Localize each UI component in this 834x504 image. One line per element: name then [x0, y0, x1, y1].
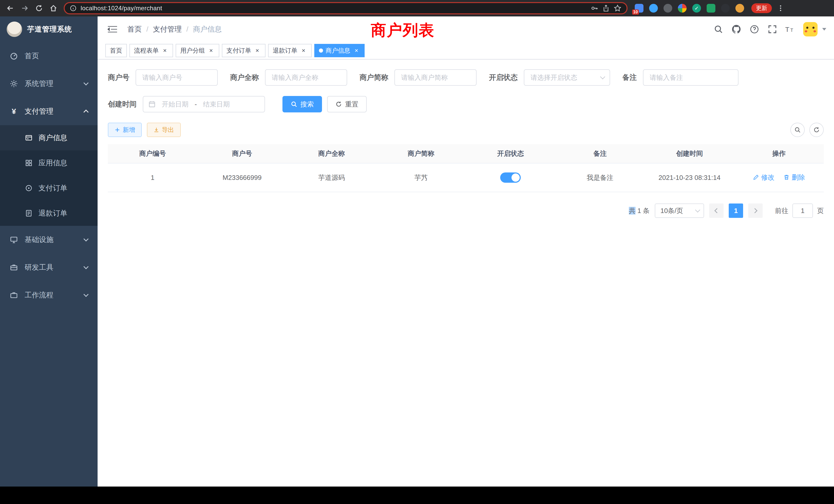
- bookmark-star-icon[interactable]: [614, 4, 621, 12]
- browser-forward-icon[interactable]: [19, 2, 31, 14]
- github-icon[interactable]: [731, 24, 742, 35]
- share-icon[interactable]: [602, 5, 610, 12]
- extension-icon-3[interactable]: [663, 4, 672, 13]
- export-button[interactable]: 导出: [147, 123, 181, 137]
- field-label: 商户全称: [230, 73, 259, 83]
- chevron-down-icon: [84, 80, 89, 86]
- sidebar-item-dev-tools[interactable]: 研发工具: [0, 254, 97, 281]
- avatar-eye: [812, 27, 814, 29]
- chevron-down-icon: [600, 74, 605, 79]
- col-header-merchant-no: 商户号: [197, 144, 287, 163]
- sidebar-item-label: 首页: [25, 51, 39, 61]
- toggle-search-icon[interactable]: [790, 123, 805, 137]
- extension-icon-2[interactable]: [649, 4, 658, 13]
- next-page-button[interactable]: [748, 204, 763, 218]
- col-header-short-name: 商户简称: [376, 144, 466, 163]
- extension-badge: 10: [632, 9, 639, 15]
- font-size-icon[interactable]: TT: [785, 24, 795, 35]
- table-toolbar: 新增 导出: [108, 123, 824, 137]
- top-navbar: 首页 / 支付管理 / 商户信息 T: [97, 17, 834, 42]
- close-icon[interactable]: ×: [353, 47, 360, 54]
- merchant-no-input[interactable]: [136, 69, 218, 86]
- edit-link[interactable]: 修改: [753, 173, 774, 182]
- tab-user-group[interactable]: 用户分组 ×: [176, 44, 219, 57]
- extension-icon-1[interactable]: 10: [635, 4, 643, 13]
- delete-link-label: 删除: [792, 173, 805, 182]
- browser-home-icon[interactable]: [47, 2, 60, 14]
- sidebar-item-merchant-info[interactable]: 商户信息: [0, 125, 97, 151]
- date-range-picker[interactable]: 开始日期 - 结束日期: [143, 96, 265, 112]
- full-name-input[interactable]: [265, 69, 347, 86]
- search-button[interactable]: 搜索: [282, 96, 322, 112]
- extension-icon-8[interactable]: [736, 4, 744, 13]
- user-menu-caret-icon[interactable]: [822, 28, 826, 30]
- prev-page-button[interactable]: [709, 204, 724, 218]
- cell-merchant-no: M233666999: [197, 163, 287, 192]
- sidebar-item-app-info[interactable]: 应用信息: [0, 151, 97, 176]
- close-icon[interactable]: ×: [254, 47, 261, 54]
- refresh-table-icon[interactable]: [809, 123, 824, 137]
- col-header-remark: 备注: [555, 144, 645, 163]
- user-avatar[interactable]: [803, 22, 817, 37]
- short-name-input[interactable]: [394, 69, 477, 86]
- edit-link-label: 修改: [761, 173, 774, 182]
- breadcrumb-payment[interactable]: 支付管理: [153, 24, 182, 34]
- tab-label: 退款订单: [273, 46, 297, 55]
- password-key-icon[interactable]: [591, 4, 598, 12]
- app-shell: 芋道管理系统 首页 系统管理 ¥ 支付管理: [0, 17, 834, 486]
- field-label: 商户号: [108, 73, 129, 83]
- main-area: 商户列表 首页 / 支付管理 / 商户信息: [97, 17, 834, 486]
- delete-link[interactable]: 删除: [784, 173, 805, 182]
- status-toggle[interactable]: [500, 173, 521, 183]
- calendar-icon: [148, 100, 156, 108]
- remark-input[interactable]: [643, 69, 739, 86]
- page-size-value: 10条/页: [660, 206, 683, 215]
- status-select[interactable]: 请选择开启状态: [524, 69, 610, 86]
- close-icon[interactable]: ×: [207, 47, 215, 54]
- sidebar-item-refund-orders[interactable]: 退款订单: [0, 201, 97, 226]
- browser-back-icon[interactable]: [4, 2, 17, 14]
- tab-home[interactable]: 首页: [105, 44, 127, 57]
- add-button[interactable]: 新增: [108, 123, 142, 137]
- reset-button[interactable]: 重置: [327, 96, 367, 112]
- browser-reload-icon[interactable]: [33, 2, 45, 14]
- page-1-button[interactable]: 1: [729, 204, 743, 218]
- page-size-select[interactable]: 10条/页: [655, 204, 704, 218]
- search-icon[interactable]: [713, 24, 724, 35]
- close-icon[interactable]: ×: [161, 47, 169, 54]
- app-logo[interactable]: 芋道管理系统: [0, 17, 97, 42]
- close-icon[interactable]: ×: [300, 47, 307, 54]
- sidebar-item-workflow[interactable]: 工作流程: [0, 281, 97, 309]
- browser-update-button[interactable]: 更新: [751, 3, 772, 13]
- sidebar-item-payment[interactable]: ¥ 支付管理: [0, 97, 97, 125]
- fullscreen-icon[interactable]: [767, 24, 777, 35]
- sidebar-item-infrastructure[interactable]: 基础设施: [0, 226, 97, 254]
- extension-icon-4[interactable]: [678, 4, 687, 13]
- chevron-right-icon: [752, 208, 758, 213]
- tab-payment-orders[interactable]: 支付订单 ×: [222, 44, 265, 57]
- extension-icon-6[interactable]: [707, 4, 716, 13]
- briefcase-icon: [10, 291, 18, 299]
- sidebar-item-system[interactable]: 系统管理: [0, 70, 97, 97]
- sidebar-item-home[interactable]: 首页: [0, 42, 97, 70]
- goto-label: 前往: [775, 206, 788, 215]
- cell-status: [466, 163, 555, 192]
- tab-refund-orders[interactable]: 退款订单 ×: [268, 44, 312, 57]
- extension-icon-7[interactable]: [721, 4, 730, 13]
- sidebar-item-label: 系统管理: [25, 79, 53, 89]
- address-bar[interactable]: localhost:1024/pay/merchant: [64, 2, 628, 14]
- chevron-left-icon: [714, 208, 720, 213]
- browser-menu-icon[interactable]: [777, 5, 784, 12]
- tab-process-form[interactable]: 流程表单 ×: [129, 44, 173, 57]
- hamburger-icon[interactable]: [105, 23, 120, 36]
- sidebar-item-payment-orders[interactable]: 支付订单: [0, 176, 97, 201]
- site-info-icon[interactable]: [70, 5, 76, 12]
- breadcrumb-separator: /: [146, 25, 148, 33]
- goto-page-input[interactable]: [792, 204, 813, 218]
- plus-icon: [114, 127, 120, 133]
- url-text[interactable]: localhost:1024/pay/merchant: [81, 5, 587, 12]
- tab-merchant-info[interactable]: 商户信息 ×: [314, 44, 365, 57]
- extension-icon-5[interactable]: ✓: [692, 4, 701, 13]
- breadcrumb-home[interactable]: 首页: [127, 24, 142, 34]
- help-icon[interactable]: [749, 24, 760, 35]
